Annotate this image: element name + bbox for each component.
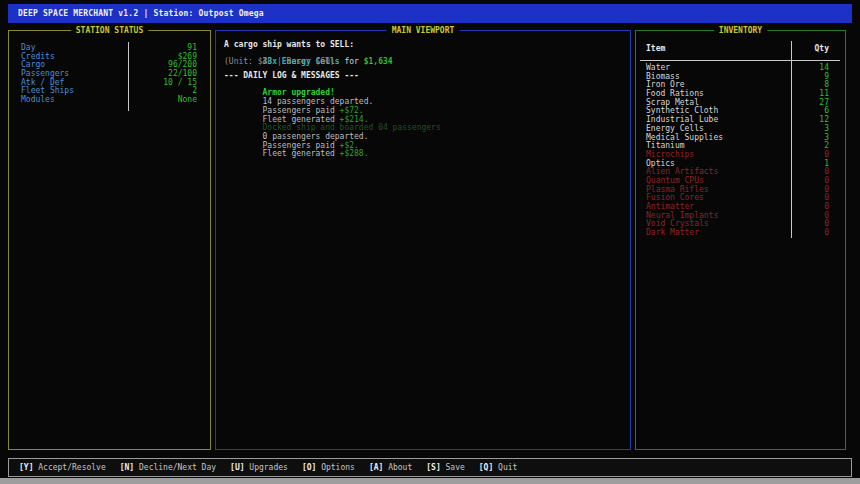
shortcut-decline-next-day[interactable]: [N] Decline/Next Day — [120, 463, 216, 472]
log-header: --- DAILY LOG & MESSAGES --- — [224, 72, 622, 81]
log-text: Fleet generated — [263, 115, 340, 124]
shortcut-label: Quit — [498, 463, 517, 472]
log-amount: +$2. — [340, 141, 359, 150]
offer-headline: A cargo ship wants to SELL: — [224, 41, 622, 50]
shortcut-key: [N] — [120, 463, 134, 472]
item-name: Dark Matter — [646, 229, 699, 238]
log-text: Passengers paid — [263, 141, 340, 150]
shortcut-label: Save — [446, 463, 465, 472]
inventory-header-divider — [640, 60, 840, 61]
shortcut-key: [S] — [426, 463, 440, 472]
shortcut-options[interactable]: [O] Options — [302, 463, 355, 472]
item-qty: 0 — [824, 229, 829, 238]
shortcut-key: [Y] — [19, 463, 33, 472]
offer-connector: for — [340, 57, 364, 66]
title-bar: DEEP SPACE MERCHANT v1.2 | Station: Outp… — [8, 4, 852, 23]
shortcut-key: [O] — [302, 463, 316, 472]
main-viewport-panel: MAIN VIEWPORT A cargo ship wants to SELL… — [215, 30, 631, 450]
stat-row-modules: Modules None — [21, 96, 197, 105]
log-line: Armor upgraded! — [224, 81, 622, 90]
offer-unit-detail: (Unit: $43 | Base: $60) — [224, 58, 622, 67]
app-title: DEEP SPACE MERCHANT v1.2 | Station: Outp… — [18, 9, 264, 18]
window-bottom-edge — [0, 478, 860, 484]
shortcut-accept-resolve[interactable]: [Y] Accept/Resolve — [19, 463, 106, 472]
viewport-content: A cargo ship wants to SELL: 38x Energy C… — [224, 41, 622, 150]
shortcut-about[interactable]: [A] About — [369, 463, 412, 472]
inventory-header-row: Item Qty — [646, 45, 829, 54]
log-text: 0 passengers departed. — [263, 132, 369, 141]
stat-value: None — [178, 96, 197, 105]
shortcut-label: Accept/Resolve — [38, 463, 105, 472]
log-amount: +$214. — [340, 115, 369, 124]
shortcut-upgrades[interactable]: [U] Upgrades — [230, 463, 288, 472]
shortcut-key: [A] — [369, 463, 383, 472]
inventory-list: Water 14 Biomass 9 Iron Ore 8 Food Ratio… — [646, 64, 829, 238]
log-text: 14 passengers departed. — [263, 97, 374, 106]
stat-label: Modules — [21, 96, 55, 105]
shortcut-label: Options — [321, 463, 355, 472]
station-stats-list: Day 91 Credits $269 Cargo 96/200 Passeng… — [21, 44, 197, 105]
inventory-row: Dark Matter 0 — [646, 229, 829, 238]
shortcut-bar: [Y] Accept/Resolve [N] Decline/Next Day … — [8, 458, 852, 477]
shortcut-label: Upgrades — [249, 463, 288, 472]
inventory-col-qty: Qty — [815, 45, 829, 54]
offer-price: $1,634 — [364, 57, 393, 66]
inventory-panel-title: INVENTORY — [714, 26, 767, 35]
station-status-panel: STATION STATUS Day 91 Credits $269 Cargo… — [8, 30, 211, 450]
inventory-col-item: Item — [646, 45, 665, 54]
log-text: Docked ship and boarded 04 passengers — [263, 123, 441, 132]
shortcut-label: About — [388, 463, 412, 472]
station-status-panel-title: STATION STATUS — [71, 26, 148, 35]
log-text: Fleet generated — [263, 149, 340, 158]
log-amount: +$72. — [340, 106, 364, 115]
log-text: Passengers paid — [263, 106, 340, 115]
shortcut-key: [U] — [230, 463, 244, 472]
shortcut-key: [Q] — [479, 463, 493, 472]
shortcut-save[interactable]: [S] Save — [426, 463, 465, 472]
inventory-panel: INVENTORY Item Qty Water 14 Biomass 9 Ir… — [635, 30, 846, 450]
log-text: Armor upgraded! — [263, 88, 335, 97]
shortcut-label: Decline/Next Day — [139, 463, 216, 472]
shortcut-quit[interactable]: [Q] Quit — [479, 463, 518, 472]
log-amount: +$288. — [340, 149, 369, 158]
main-viewport-panel-title: MAIN VIEWPORT — [387, 26, 460, 35]
